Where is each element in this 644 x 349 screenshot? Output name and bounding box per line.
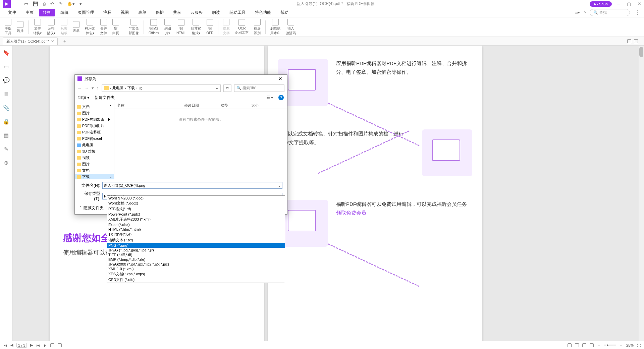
document-tab[interactable]: 新人引导(1)_OCR(4).pdf * ✕ <box>3 38 58 45</box>
free-member-link[interactable]: 领取免费会员 <box>336 210 366 216</box>
qat-undo-icon[interactable]: ↶ <box>50 1 54 6</box>
new-folder-button[interactable]: 新建文件夹 <box>95 95 115 101</box>
folder-tree[interactable]: 文档⌃图片PDF局部加密、FPDF添加图片PDF注释框PDF转excel此电脑3… <box>75 102 114 179</box>
ribbon-文件转换[interactable]: 文件转换▾ <box>31 18 44 36</box>
menu-主页[interactable]: 主页 <box>21 9 38 16</box>
filetype-option[interactable]: XML 1.0 (*.xml) <box>107 267 285 271</box>
filetype-option[interactable]: PowerPoint (*.pptx) <box>107 212 285 217</box>
menubar-up-icon[interactable]: ^ <box>584 11 586 15</box>
ribbon-截屏识别[interactable]: 截屏识别 <box>252 18 263 36</box>
ribbon-到OFD[interactable]: 到OFD <box>204 18 215 36</box>
tree-PDF局部加密、F[interactable]: PDF局部加密、F <box>75 116 114 123</box>
ribbon-合并文件[interactable]: 合并文件 <box>98 18 109 36</box>
next-page-button[interactable]: ▶ <box>30 343 33 347</box>
maximize-button[interactable]: ▢ <box>627 1 631 6</box>
ribbon-空白页[interactable]: 空白页 <box>110 18 121 36</box>
breadcrumb-path[interactable]: › 此电脑 › 下载 › lib ⌄ <box>102 84 221 92</box>
ribbon-PDF文件包[interactable]: PDF文件包▾ <box>83 18 97 36</box>
nav-recent-button[interactable]: ▾ <box>92 85 94 91</box>
tree-chevron-icon[interactable]: ⌃ <box>109 105 112 109</box>
filename-input[interactable]: 新人引导(1)_OCR(4).png⌄ <box>102 182 282 189</box>
dialog-close-button[interactable]: ✕ <box>276 76 284 81</box>
menu-帮助[interactable]: 帮助 <box>276 9 292 16</box>
security-icon[interactable]: 🔒 <box>3 118 10 125</box>
filetype-option[interactable]: Excel (*.xlsx) <box>107 222 285 227</box>
forward-page-button[interactable]: ⏵ <box>43 343 47 347</box>
ribbon-选择[interactable]: 选择 <box>15 20 25 34</box>
ribbon-OCR识别文本[interactable]: OCR识别文本 <box>233 18 251 36</box>
menu-表单[interactable]: 表单 <box>134 9 150 16</box>
menu-共享[interactable]: 共享 <box>169 9 185 16</box>
close-button[interactable]: ✕ <box>638 1 641 6</box>
signature-icon[interactable]: ✎ <box>4 146 8 152</box>
path-seg-0[interactable]: › <box>110 86 111 90</box>
tree-图片[interactable]: 图片 <box>75 161 114 167</box>
view-list-icon[interactable] <box>634 39 638 43</box>
tree-PDF添加图片[interactable]: PDF添加图片 <box>75 123 114 129</box>
qat-more-icon[interactable]: ▾ <box>79 1 82 6</box>
menubar-dropdown-icon[interactable]: ▭▾ <box>575 10 580 15</box>
path-lib[interactable]: lib <box>139 86 143 90</box>
last-page-button[interactable]: ⏭ <box>36 343 40 347</box>
qat-save-icon[interactable]: 💾 <box>33 1 38 6</box>
qat-open-icon[interactable]: ▭ <box>24 1 28 6</box>
fullscreen-icon[interactable]: ⛶ <box>637 343 641 347</box>
tab-close-icon[interactable]: ✕ <box>51 39 54 44</box>
ribbon-手型工具[interactable]: 手型工具 <box>3 18 13 36</box>
more-panel-icon[interactable]: ⊕ <box>4 160 8 166</box>
qat-redo-icon[interactable]: ↷ <box>59 1 62 6</box>
qat-print-icon[interactable]: ⎙ <box>43 1 46 6</box>
hide-folders-label[interactable]: 隐藏文件夹 <box>84 205 104 211</box>
qat-hand-icon[interactable]: ✋▾ <box>67 1 75 6</box>
ribbon-表单[interactable]: 表单 <box>71 20 82 34</box>
organize-button[interactable]: 组织 ▾ <box>78 95 89 101</box>
tree-文档[interactable]: 文档 <box>75 167 114 174</box>
ribbon-到其它格式[interactable]: 到其它格式▾ <box>189 18 203 36</box>
filetype-option[interactable]: BMP (*.bmp,*.dib,*.rle) <box>107 257 285 262</box>
zoom-out-button[interactable]: － <box>597 343 601 348</box>
nav-back-button[interactable]: ← <box>77 85 82 91</box>
hide-folders-chevron[interactable]: ˄ <box>79 206 82 211</box>
view-mode-button[interactable]: ☷ ▾ <box>266 95 273 100</box>
attachments-icon[interactable]: 📎 <box>3 105 10 111</box>
file-list[interactable]: 名称 修改日期 类型 大小 没有与搜索条件匹配的项。 <box>114 102 287 179</box>
zoom-in-button[interactable]: ＋ <box>619 343 623 348</box>
tree-3D 对象[interactable]: 3D 对象 <box>75 148 114 155</box>
zoom-value[interactable]: 25% <box>626 343 634 347</box>
menubar-search[interactable]: 🔍 查找 <box>590 9 630 16</box>
nav-forward-button[interactable]: → <box>85 85 89 91</box>
view-facing-icon[interactable] <box>582 343 586 347</box>
nav-up-button[interactable]: ↑ <box>97 85 99 91</box>
path-downloads[interactable]: 下载 <box>127 85 135 91</box>
ribbon-导出全部图像[interactable]: 导出全部图像 <box>127 18 141 36</box>
tree-视频[interactable]: 视频 <box>75 155 114 161</box>
zoom-slider[interactable]: ━●━━━ <box>604 343 616 347</box>
page-indicator[interactable]: 1 / 3 <box>16 343 27 348</box>
filetype-option[interactable]: 辅助文本 (*.txt) <box>107 237 285 243</box>
user-badge[interactable]: A - Sh3n <box>590 1 612 7</box>
help-button[interactable]: ? <box>278 95 284 100</box>
menubar-more-icon[interactable]: ⋮ <box>635 9 640 16</box>
vertical-scrollbar[interactable] <box>639 46 644 341</box>
articles-icon[interactable]: ▤ <box>4 132 9 138</box>
path-dropdown-icon[interactable]: ⌄ <box>215 86 218 90</box>
ribbon-到MSOffice[interactable]: 到 MSOffice▾ <box>147 18 161 36</box>
menu-云服务[interactable]: 云服务 <box>186 9 207 16</box>
tree-PDF注释框[interactable]: PDF注释框 <box>75 129 114 135</box>
filetype-option[interactable]: RTF格式(*.rtf) <box>107 206 285 212</box>
menu-辅助工具[interactable]: 辅助工具 <box>225 9 250 16</box>
menu-转换[interactable]: 转换 <box>39 9 55 16</box>
tree-此电脑[interactable]: 此电脑 <box>75 142 114 148</box>
filetype-option[interactable]: JPEG2000 (*.jpf,*.jpx,*.jp2,*.j2k,*.jpc) <box>107 262 285 267</box>
bookmark-icon[interactable]: 🔖 <box>3 50 10 56</box>
filetype-option[interactable]: OFD文件 (*.ofd) <box>107 277 285 283</box>
page-layout1-icon[interactable] <box>50 343 54 347</box>
layers-icon[interactable]: ≣ <box>4 91 8 97</box>
tree-PDF转excel[interactable]: PDF转excel <box>75 135 114 142</box>
menu-编辑[interactable]: 编辑 <box>56 9 72 16</box>
tree-chevron-icon[interactable]: ⌄ <box>109 175 112 179</box>
ribbon-删除试用水印[interactable]: 删除试用水印 <box>268 18 282 36</box>
filetype-option[interactable]: PNG (*.png) <box>107 243 285 248</box>
prev-page-button[interactable]: ◀ <box>10 343 13 347</box>
menu-视图[interactable]: 视图 <box>117 9 133 16</box>
